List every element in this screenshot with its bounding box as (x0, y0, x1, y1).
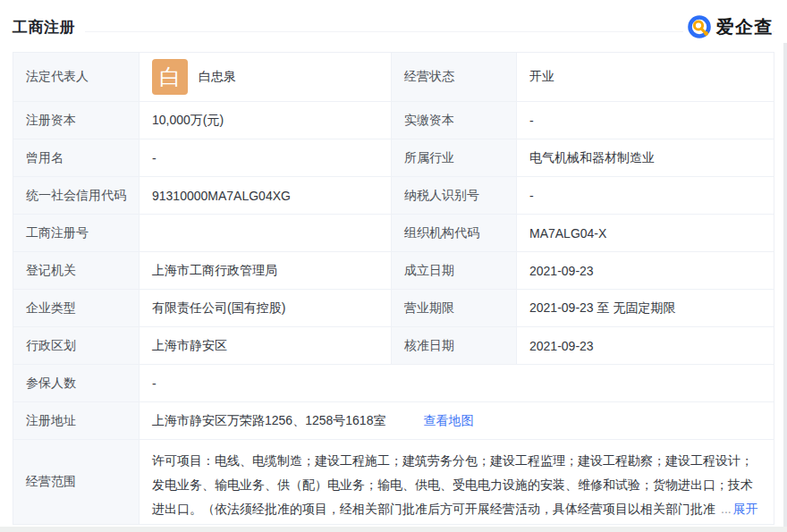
label-credit-code: 统一社会信用代码 (13, 177, 140, 214)
brand-name: 爱企查 (716, 15, 773, 39)
table-row-business-scope: 经营范围 许可项目：电线、电缆制造；建设工程施工；建筑劳务分包；建设工程监理；建… (13, 440, 774, 524)
label-organization-code: 组织机构代码 (391, 215, 517, 251)
expand-link[interactable]: 展开 (733, 502, 758, 516)
label-industry: 所属行业 (391, 139, 517, 176)
table-row-insured-persons: 参保人数 - (13, 365, 774, 402)
table-row-administrative-division: 行政区划 上海市静安区 核准日期 2021-09-23 (13, 327, 774, 365)
value-business-scope: 许可项目：电线、电缆制造；建设工程施工；建筑劳务分包；建设工程监理；建设工程勘察… (140, 440, 774, 524)
value-enterprise-type: 有限责任公司(国有控股) (140, 290, 391, 326)
table-row-registration-number: 工商注册号 组织机构代码 MA7ALG04-X (13, 215, 774, 252)
value-administrative-division: 上海市静安区 (140, 327, 391, 364)
label-taxpayer-id: 纳税人识别号 (391, 177, 517, 214)
registered-address-text: 上海市静安区万荣路1256、1258号1618室 (152, 413, 385, 429)
value-paid-in-capital: - (517, 102, 774, 139)
value-credit-code: 91310000MA7ALG04XG (140, 177, 391, 214)
value-approval-date: 2021-09-23 (517, 327, 774, 364)
value-registration-authority: 上海市工商行政管理局 (140, 252, 391, 289)
label-business-term: 营业期限 (391, 290, 517, 326)
bottom-edge (0, 527, 787, 532)
label-registered-capital: 注册资本 (13, 102, 140, 139)
label-operating-status: 经营状态 (391, 53, 517, 101)
table-row-registration-authority: 登记机关 上海市工商行政管理局 成立日期 2021-09-23 (13, 252, 774, 290)
page: { "header": { "title": "工商注册", "brand": … (0, 0, 787, 532)
registration-table: 法定代表人 白 白忠泉 经营状态 开业 注册资本 10,000万(元) 实缴资本… (13, 52, 774, 525)
page-title: 工商注册 (13, 17, 75, 38)
label-registration-authority: 登记机关 (13, 252, 140, 289)
label-registration-number: 工商注册号 (13, 215, 140, 251)
table-row-legal-rep: 法定代表人 白 白忠泉 经营状态 开业 (13, 53, 774, 102)
value-organization-code: MA7ALG04-X (517, 215, 774, 251)
value-operating-status: 开业 (517, 53, 774, 101)
table-row-former-name: 曾用名 - 所属行业 电气机械和器材制造业 (13, 139, 774, 177)
value-former-name: - (140, 139, 391, 176)
label-approval-date: 核准日期 (391, 327, 517, 364)
label-establishment-date: 成立日期 (391, 252, 517, 289)
legal-rep-name: 白忠泉 (199, 69, 236, 85)
table-row-credit-code: 统一社会信用代码 91310000MA7ALG04XG 纳税人识别号 - (13, 177, 774, 215)
title-divider (85, 31, 774, 32)
label-paid-in-capital: 实缴资本 (391, 102, 517, 139)
value-industry: 电气机械和器材制造业 (517, 139, 774, 176)
table-row-registered-address: 注册地址 上海市静安区万荣路1256、1258号1618室 查看地图 (13, 402, 774, 440)
magnifier-logo-icon (687, 14, 712, 39)
label-former-name: 曾用名 (13, 139, 140, 176)
value-registered-address: 上海市静安区万荣路1256、1258号1618室 查看地图 (140, 402, 774, 439)
value-business-term: 2021-09-23 至 无固定期限 (517, 290, 774, 326)
brand-logo[interactable]: 爱企查 (683, 13, 773, 40)
scrollbar-track[interactable] (783, 43, 787, 532)
label-legal-rep: 法定代表人 (13, 53, 140, 101)
value-taxpayer-id: - (517, 177, 774, 214)
label-registered-address: 注册地址 (13, 402, 140, 439)
legal-rep-avatar: 白 (152, 59, 188, 95)
label-enterprise-type: 企业类型 (13, 290, 140, 326)
value-registered-capital: 10,000万(元) (140, 102, 391, 139)
value-legal-rep: 白 白忠泉 (140, 53, 391, 101)
truncation-ellipsis: ... (721, 502, 732, 516)
table-row-registered-capital: 注册资本 10,000万(元) 实缴资本 - (13, 102, 774, 139)
label-administrative-division: 行政区划 (13, 327, 140, 364)
label-business-scope: 经营范围 (13, 440, 140, 524)
table-row-enterprise-type: 企业类型 有限责任公司(国有控股) 营业期限 2021-09-23 至 无固定期… (13, 290, 774, 327)
value-insured-persons: - (140, 365, 774, 401)
value-registration-number (140, 215, 391, 251)
value-establishment-date: 2021-09-23 (517, 252, 774, 289)
view-map-link[interactable]: 查看地图 (423, 413, 473, 429)
label-insured-persons: 参保人数 (13, 365, 140, 401)
business-scope-text: 许可项目：电线、电缆制造；建设工程施工；建筑劳务分包；建设工程监理；建设工程勘察… (152, 453, 753, 516)
